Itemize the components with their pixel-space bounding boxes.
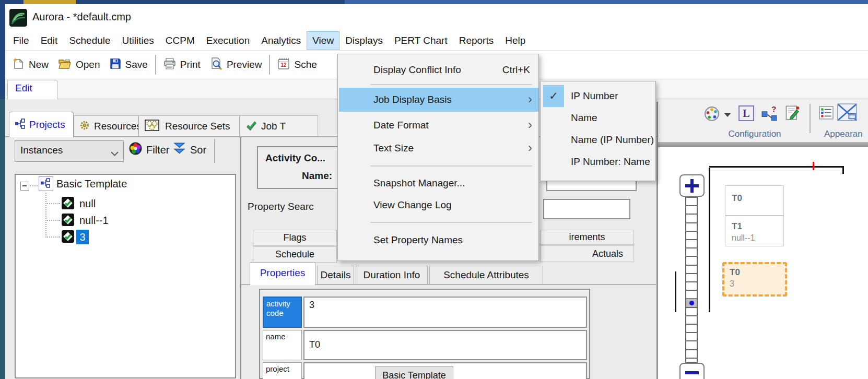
print-button[interactable]: Print xyxy=(159,56,205,74)
zoom-ladder-track[interactable] xyxy=(685,197,698,363)
schedule-label: Sche xyxy=(294,59,316,70)
preview-button[interactable]: Preview xyxy=(205,55,267,75)
tree-expander[interactable] xyxy=(20,182,29,191)
tab-resource-sets[interactable]: Resource Sets xyxy=(138,115,240,137)
menu-execution[interactable]: Execution xyxy=(201,31,255,50)
menu-item-snapshot-manager[interactable]: Snapshot Manager... xyxy=(338,172,538,194)
palette-dropdown-arrow-icon[interactable] xyxy=(724,113,731,117)
tree-root-label[interactable]: Basic Template xyxy=(56,178,127,190)
menu-pert-chart[interactable]: PERT Chart xyxy=(389,31,453,50)
section-requirements[interactable]: irements xyxy=(540,230,634,245)
appearance-group-label: Appearan xyxy=(824,129,868,139)
submenu-item-label: IP Number: Name xyxy=(571,151,650,173)
legend-icon[interactable] xyxy=(819,105,834,122)
section-schedule[interactable]: Schedule xyxy=(253,246,337,263)
menu-separator xyxy=(370,222,532,223)
menu-analytics[interactable]: Analytics xyxy=(255,31,307,50)
submenu-item-ip-number-name[interactable]: IP Number: Name xyxy=(541,151,655,173)
menu-item-label: Job Display Basis xyxy=(373,88,452,112)
node-subtitle: null--1 xyxy=(732,233,755,243)
pert-node-t0[interactable]: T0 xyxy=(725,185,784,216)
tree-item-null-1[interactable]: null--1 xyxy=(79,215,109,227)
timeline-right-stub xyxy=(842,166,844,174)
zoom-ladder-handle[interactable] xyxy=(686,299,697,307)
tab-details[interactable]: Details xyxy=(317,266,354,284)
submenu-item-name[interactable]: Name xyxy=(541,107,655,129)
grid-label-name[interactable]: name xyxy=(263,330,302,360)
green-check-icon xyxy=(245,120,257,134)
view-menu-dropdown: Display Conflict Info Ctrl+K Job Display… xyxy=(337,54,539,261)
tab-projects[interactable]: Projects xyxy=(9,112,74,137)
menu-item-date-format[interactable]: Date Format › xyxy=(338,114,538,137)
label-style-icon[interactable]: L xyxy=(738,105,754,121)
diamond-check-icon xyxy=(61,196,75,212)
submenu-item-ip-number[interactable]: IP Number xyxy=(541,85,655,107)
tab-projects-label: Projects xyxy=(29,119,65,131)
menu-item-view-change-log[interactable]: View Change Log xyxy=(338,194,538,216)
node-subtitle: 3 xyxy=(730,279,734,289)
menu-displays[interactable]: Displays xyxy=(339,31,389,50)
link-question-icon[interactable]: ? xyxy=(760,105,778,124)
panel-splitter[interactable] xyxy=(240,137,241,379)
tab-properties[interactable]: Properties xyxy=(250,262,315,285)
grid-value-activity-code[interactable]: 3 xyxy=(303,297,587,328)
new-button[interactable]: New xyxy=(7,55,53,75)
open-button[interactable]: Open xyxy=(53,56,104,74)
timeline-red-marker xyxy=(813,162,814,170)
window-title: Aurora - *default.cmp xyxy=(32,11,131,23)
pert-node-t1[interactable]: T1 null--1 xyxy=(725,216,784,246)
menu-item-job-display-basis[interactable]: Job Display Basis › xyxy=(339,88,538,112)
tab-resource-sets-label: Resource Sets xyxy=(165,121,230,132)
menu-schedule[interactable]: Schedule xyxy=(63,31,116,50)
edit-notes-icon[interactable] xyxy=(784,105,800,123)
node-title: T1 xyxy=(732,221,742,232)
svg-text:12: 12 xyxy=(281,62,287,68)
menu-view[interactable]: View xyxy=(307,31,339,50)
sort-label: Sor xyxy=(190,144,206,156)
tree-hstub xyxy=(45,203,60,204)
section-actuals[interactable]: Actuals xyxy=(540,245,634,262)
diamond-check-icon xyxy=(61,213,75,229)
pert-node-t0-selected[interactable]: T0 3 xyxy=(722,262,787,297)
grid-value-name[interactable]: T0 xyxy=(303,330,587,360)
tab-resources[interactable]: Resources xyxy=(74,115,138,137)
save-button[interactable]: Save xyxy=(105,56,153,74)
menu-item-set-property-names[interactable]: Set Property Names xyxy=(338,229,538,252)
tree-item-null[interactable]: null xyxy=(79,198,96,210)
schedule-button[interactable]: 12 Sche xyxy=(273,55,321,75)
instances-dropdown[interactable]: Instances xyxy=(15,140,124,162)
menu-edit[interactable]: Edit xyxy=(35,31,64,50)
tab-job-templates[interactable]: Job T xyxy=(240,115,318,137)
menu-reports[interactable]: Reports xyxy=(453,31,500,50)
menu-help[interactable]: Help xyxy=(499,31,531,50)
instances-value: Instances xyxy=(20,145,63,156)
no-preview-icon[interactable] xyxy=(837,103,858,123)
activity-code-header: Activity Co... xyxy=(265,152,325,164)
zoom-in-button[interactable] xyxy=(679,174,705,197)
property-search-input[interactable] xyxy=(543,199,630,219)
submenu-item-name-ip-number[interactable]: Name (IP Number) xyxy=(541,129,655,151)
minus-glyph xyxy=(685,371,699,374)
tab-duration-info[interactable]: Duration Info xyxy=(356,266,428,284)
zoom-out-button[interactable] xyxy=(679,363,705,379)
menu-file[interactable]: File xyxy=(7,31,35,50)
grid-label-project[interactable]: project xyxy=(263,362,302,379)
tab-schedule-attributes[interactable]: Schedule Attributes xyxy=(429,266,543,284)
section-flags[interactable]: Flags xyxy=(253,230,337,246)
filter-button[interactable]: Filter xyxy=(128,141,169,158)
open-label: Open xyxy=(76,59,100,70)
section-actuals-label: Actuals xyxy=(592,248,623,259)
project-button[interactable]: Basic Template xyxy=(375,366,453,379)
menu-item-display-conflict-info[interactable]: Display Conflict Info Ctrl+K xyxy=(338,60,538,80)
menu-item-text-size[interactable]: Text Size › xyxy=(338,137,538,160)
tab-resources-label: Resources xyxy=(94,121,142,132)
menu-utilities[interactable]: Utilities xyxy=(116,31,160,50)
grid-label-activity-code[interactable]: activity code xyxy=(263,297,302,328)
menu-ccpm[interactable]: CCPM xyxy=(160,31,201,50)
short-vline xyxy=(675,271,676,312)
tab-schedule-attributes-label: Schedule Attributes xyxy=(443,269,529,280)
tree-item-3-selected[interactable]: 3 xyxy=(76,230,89,244)
tab-edit[interactable]: Edit xyxy=(7,80,57,99)
sort-button[interactable]: Sor xyxy=(172,141,206,158)
configuration-palette-icon[interactable] xyxy=(704,106,720,124)
